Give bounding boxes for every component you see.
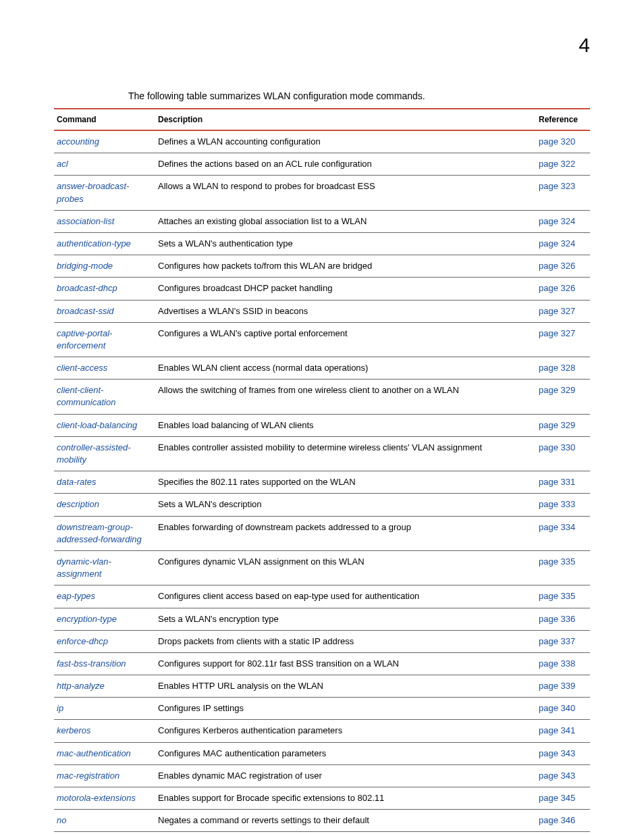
command-description: Allows the switching of frames from one … bbox=[155, 380, 536, 414]
command-description: Specifies the 802.11 rates supported on … bbox=[155, 471, 536, 494]
command-description: Enables forwarding of downstream packets… bbox=[155, 516, 536, 550]
page-reference-link[interactable]: page 326 bbox=[536, 255, 590, 278]
page-reference-link[interactable]: page 343 bbox=[536, 764, 590, 787]
table-row: eap-typesConfigures client access based … bbox=[54, 585, 590, 608]
command-link[interactable]: fast-bss-transition bbox=[54, 652, 155, 675]
page-reference-link[interactable]: page 343 bbox=[536, 742, 590, 764]
page-reference-link[interactable]: page 333 bbox=[536, 494, 590, 516]
table-row: broadcast-ssidAdvertises a WLAN's SSID i… bbox=[54, 300, 590, 322]
table-row: data-ratesSpecifies the 802.11 rates sup… bbox=[54, 471, 590, 494]
page-reference-link[interactable]: page 323 bbox=[536, 176, 590, 210]
command-link[interactable]: motorola-extensions bbox=[54, 787, 155, 810]
command-link[interactable]: answer-broadcast-probes bbox=[54, 176, 155, 210]
command-description: Configures support for 802.11r fast BSS … bbox=[155, 652, 536, 675]
page-reference-link[interactable]: page 338 bbox=[536, 652, 590, 675]
command-link[interactable]: enforce-dhcp bbox=[54, 630, 155, 652]
command-link[interactable]: bridging-mode bbox=[54, 255, 155, 278]
command-description: Defines the actions based on an ACL rule… bbox=[155, 153, 536, 176]
command-link[interactable]: acl bbox=[54, 153, 155, 176]
page-reference-link[interactable]: page 346 bbox=[536, 810, 590, 832]
command-link[interactable]: downstream-group-addressed-forwarding bbox=[54, 516, 155, 550]
command-link[interactable]: mac-registration bbox=[54, 764, 155, 787]
table-row: client-accessEnables WLAN client access … bbox=[54, 357, 590, 380]
command-link[interactable]: no bbox=[54, 810, 155, 832]
page-reference-link[interactable]: page 336 bbox=[536, 608, 590, 630]
command-description: Configures Kerberos authentication param… bbox=[155, 720, 536, 742]
header-command: Command bbox=[54, 109, 155, 130]
command-link[interactable]: client-access bbox=[54, 357, 155, 380]
command-description: Sets a WLAN's description bbox=[155, 494, 536, 516]
page-reference-link[interactable]: page 335 bbox=[536, 585, 590, 608]
command-description: Enables dynamic MAC registration of user bbox=[155, 764, 536, 787]
page-reference-link[interactable]: page 329 bbox=[536, 414, 590, 436]
table-row: downstream-group-addressed-forwardingEna… bbox=[54, 516, 590, 550]
command-description: Configures IP settings bbox=[155, 698, 536, 720]
table-row: accountingDefines a WLAN accounting conf… bbox=[54, 130, 590, 153]
command-link[interactable]: ip bbox=[54, 698, 155, 720]
command-link[interactable]: encryption-type bbox=[54, 608, 155, 630]
page-reference-link[interactable]: page 337 bbox=[536, 630, 590, 652]
command-link[interactable]: client-client-communication bbox=[54, 380, 155, 414]
command-description: Enables WLAN client access (normal data … bbox=[155, 357, 536, 380]
table-row: motorola-extensionsEnables support for B… bbox=[54, 787, 590, 810]
table-row: association-listAttaches an existing glo… bbox=[54, 210, 590, 232]
table-row: mac-registrationEnables dynamic MAC regi… bbox=[54, 764, 590, 787]
command-link[interactable]: kerberos bbox=[54, 720, 155, 742]
command-description: Sets a WLAN's encryption type bbox=[155, 608, 536, 630]
table-row: client-load-balancingEnables load balanc… bbox=[54, 414, 590, 436]
command-description: Attaches an existing global association … bbox=[155, 210, 536, 232]
command-description: Enables load balancing of WLAN clients bbox=[155, 414, 536, 436]
page-reference-link[interactable]: page 324 bbox=[536, 210, 590, 232]
command-link[interactable]: captive-portal-enforcement bbox=[54, 322, 155, 357]
command-link[interactable]: accounting bbox=[54, 130, 155, 153]
command-link[interactable]: mac-authentication bbox=[54, 742, 155, 764]
intro-text: The following table summarizes WLAN conf… bbox=[54, 90, 590, 101]
table-row: ipConfigures IP settingspage 340 bbox=[54, 698, 590, 720]
command-link[interactable]: client-load-balancing bbox=[54, 414, 155, 436]
page-reference-link[interactable]: page 327 bbox=[536, 300, 590, 322]
table-row: client-client-communicationAllows the sw… bbox=[54, 380, 590, 414]
page-reference-link[interactable]: page 335 bbox=[536, 550, 590, 585]
page-reference-link[interactable]: page 331 bbox=[536, 471, 590, 494]
table-row: kerberosConfigures Kerberos authenticati… bbox=[54, 720, 590, 742]
table-row: answer-broadcast-probesAllows a WLAN to … bbox=[54, 176, 590, 210]
page-reference-link[interactable]: page 327 bbox=[536, 322, 590, 357]
table-row: fast-bss-transitionConfigures support fo… bbox=[54, 652, 590, 675]
table-row: noNegates a command or reverts settings … bbox=[54, 810, 590, 832]
command-link[interactable]: broadcast-dhcp bbox=[54, 278, 155, 300]
page-reference-link[interactable]: page 320 bbox=[536, 130, 590, 153]
page-reference-link[interactable]: page 329 bbox=[536, 380, 590, 414]
page-reference-link[interactable]: page 324 bbox=[536, 232, 590, 255]
command-link[interactable]: controller-assisted-mobility bbox=[54, 436, 155, 471]
command-description: Configures client access based on eap-ty… bbox=[155, 585, 536, 608]
command-table: Command Description Reference accounting… bbox=[54, 108, 590, 834]
table-row: broadcast-dhcpConfigures broadcast DHCP … bbox=[54, 278, 590, 300]
table-row: bridging-modeConfigures how packets to/f… bbox=[54, 255, 590, 278]
command-link[interactable]: authentication-type bbox=[54, 232, 155, 255]
command-link[interactable]: eap-types bbox=[54, 585, 155, 608]
page-reference-link[interactable]: page 330 bbox=[536, 436, 590, 471]
command-link[interactable]: http-analyze bbox=[54, 675, 155, 698]
command-link[interactable]: association-list bbox=[54, 210, 155, 232]
table-header-row: Command Description Reference bbox=[54, 109, 590, 130]
command-link[interactable]: dynamic-vlan-assignment bbox=[54, 550, 155, 585]
page-reference-link[interactable]: page 322 bbox=[536, 153, 590, 176]
page-reference-link[interactable]: page 328 bbox=[536, 357, 590, 380]
page-reference-link[interactable]: page 334 bbox=[536, 516, 590, 550]
command-description: Negates a command or reverts settings to… bbox=[155, 810, 536, 832]
command-link[interactable]: data-rates bbox=[54, 471, 155, 494]
table-row: captive-portal-enforcementConfigures a W… bbox=[54, 322, 590, 357]
page-number: 4 bbox=[54, 34, 590, 57]
page-reference-link[interactable]: page 340 bbox=[536, 698, 590, 720]
header-reference: Reference bbox=[536, 109, 590, 130]
command-description: Configures broadcast DHCP packet handlin… bbox=[155, 278, 536, 300]
command-description: Enables controller assisted mobility to … bbox=[155, 436, 536, 471]
command-link[interactable]: broadcast-ssid bbox=[54, 300, 155, 322]
command-description: Enables support for Brocade specific ext… bbox=[155, 787, 536, 810]
page-reference-link[interactable]: page 339 bbox=[536, 675, 590, 698]
command-link[interactable]: description bbox=[54, 494, 155, 516]
command-description: Configures how packets to/from this WLAN… bbox=[155, 255, 536, 278]
page-reference-link[interactable]: page 345 bbox=[536, 787, 590, 810]
page-reference-link[interactable]: page 341 bbox=[536, 720, 590, 742]
page-reference-link[interactable]: page 326 bbox=[536, 278, 590, 300]
